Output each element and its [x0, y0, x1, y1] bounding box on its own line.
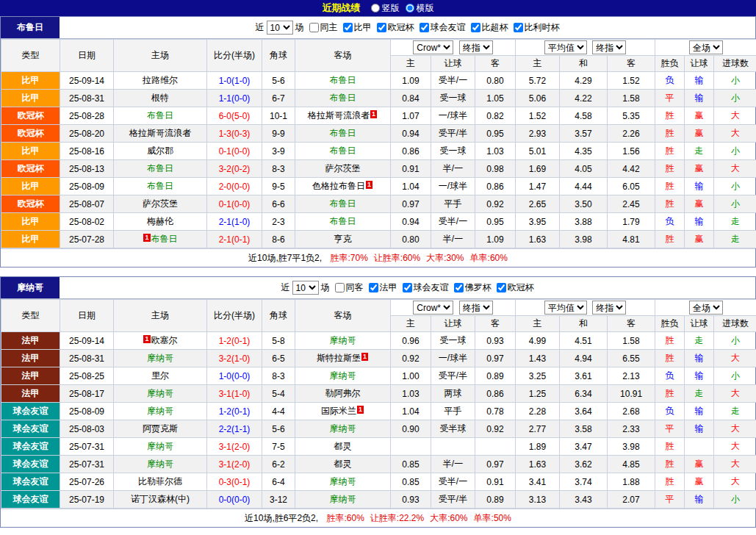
euro-away-odds: 1.58 — [608, 332, 655, 350]
average-period-select[interactable]: 终指 — [592, 301, 626, 315]
euro-draw-odds: 3.50 — [560, 195, 608, 213]
outcome-cell: 平 — [655, 491, 685, 509]
matches-table: 类型 日期 主场 比分(半场) 角球 客场 Crow* 终指 平均值 终指 全场 — [1, 39, 756, 248]
away-cell: 摩纳哥 — [295, 332, 391, 350]
odds-company-select[interactable]: Crow* — [413, 40, 453, 54]
opponent-team-name: 国际米兰 — [321, 406, 356, 416]
euro-home-odds: 5.01 — [516, 143, 560, 160]
goals-cell: 小 — [714, 491, 756, 509]
col-goals: 进球数 — [714, 316, 756, 332]
average-select[interactable]: 平均值 — [544, 301, 587, 315]
score-cell: 2-1(0-1) — [207, 231, 262, 248]
match-count-select[interactable]: 10 — [292, 281, 319, 295]
summary-row: 近10场,胜7平1负2, 胜率:70%让胜率:60%大率:30%单率:60% — [1, 248, 755, 267]
outcome-cell: 平 — [655, 420, 685, 438]
score-cell: 2-0(0-0) — [207, 178, 262, 195]
handicap-result-cell: 输 — [685, 90, 714, 107]
away-cell: 布鲁日 — [295, 125, 391, 143]
league-checkbox[interactable] — [343, 23, 353, 32]
vertical-view-radio[interactable] — [371, 4, 380, 12]
same-venue-checkbox[interactable] — [335, 283, 345, 292]
league-filter[interactable]: 比甲 — [338, 21, 372, 34]
asian-home-odds: 1.07 — [391, 107, 431, 125]
match-count-select[interactable]: 10 — [267, 21, 293, 35]
match-row: 比甲25-08-16威尔郡0-1(0-0)3-9布鲁日0.86受一球1.035.… — [1, 143, 756, 160]
league-checkbox[interactable] — [514, 23, 523, 32]
euro-draw-odds: 4.05 — [560, 160, 608, 178]
date-cell: 25-08-02 — [60, 213, 114, 231]
league-filter[interactable]: 比超杯 — [466, 21, 508, 34]
col-type: 类型 — [1, 40, 60, 72]
euro-home-odds: 3.13 — [516, 491, 560, 509]
euro-away-odds: 1.88 — [608, 473, 655, 491]
same-venue-filter[interactable]: 同主 — [304, 21, 338, 34]
focus-team-name: 摩纳哥 — [147, 406, 173, 416]
date-cell: 25-07-26 — [60, 473, 114, 491]
same-venue-checkbox[interactable] — [309, 23, 319, 32]
outcome-cell: 胜 — [655, 143, 685, 160]
focus-team-name: 布鲁日 — [330, 93, 356, 103]
league-filter[interactable]: 欧冠杯 — [492, 281, 534, 294]
opponent-team-name: 诺丁汉森林(中) — [131, 494, 190, 504]
league-filter[interactable]: 比利时杯 — [508, 21, 560, 34]
odds-period-select[interactable]: 终指 — [459, 301, 493, 315]
outcome-cell: 胜 — [655, 195, 685, 213]
odds-company-select[interactable]: Crow* — [413, 301, 453, 315]
view-option-vertical[interactable]: 竖版 — [371, 2, 400, 15]
home-cell: 1布鲁日 — [114, 231, 207, 248]
team-tab[interactable]: 摩纳哥 — [1, 277, 60, 298]
league-checkbox[interactable] — [497, 283, 506, 292]
col-handicap-result: 让球 — [685, 316, 714, 332]
league-checkbox[interactable] — [403, 283, 412, 292]
average-select[interactable]: 平均值 — [544, 40, 587, 54]
asian-away-odds: 0.78 — [475, 403, 516, 420]
scope-select[interactable]: 全场 — [689, 301, 723, 315]
euro-home-odds: 3.41 — [516, 473, 560, 491]
odds-period-select[interactable]: 终指 — [459, 40, 493, 54]
league-checkbox[interactable] — [471, 23, 480, 32]
outcome-cell: 平 — [655, 90, 685, 107]
league-checkbox[interactable] — [369, 283, 378, 292]
asian-home-odds: 1.00 — [391, 367, 431, 385]
handicap-result-cell: 赢 — [685, 107, 714, 125]
asian-home-odds: 0.86 — [391, 143, 431, 160]
opponent-team-name: 萨尔茨堡 — [143, 198, 178, 209]
score-cell: 3-1(2-0) — [207, 438, 262, 456]
league-checkbox[interactable] — [420, 23, 429, 32]
view-option-horizontal[interactable]: 横版 — [406, 2, 434, 15]
goals-cell: 小 — [714, 367, 756, 385]
home-cell: 威尔郡 — [114, 143, 207, 160]
date-cell: 25-08-25 — [60, 367, 114, 385]
same-venue-filter[interactable]: 同客 — [330, 281, 364, 294]
league-filter[interactable]: 佛罗杯 — [449, 281, 492, 294]
average-period-select[interactable]: 终指 — [592, 40, 626, 54]
corner-cell: 9-5 — [262, 178, 295, 195]
league-filter[interactable]: 球会友谊 — [397, 281, 449, 294]
league-filter[interactable]: 欧冠杯 — [372, 21, 414, 34]
team-tab[interactable]: 布鲁日 — [1, 17, 60, 38]
handicap-cell: 受平/半 — [431, 367, 475, 385]
red-1-badge: 1 — [370, 110, 377, 118]
filter-row: 摩纳哥 近 10 场 同客 法甲球会友谊佛罗杯欧冠杯 — [1, 277, 755, 299]
away-cell: 色格拉布鲁日1 — [295, 178, 391, 195]
horizontal-view-radio[interactable] — [406, 4, 414, 12]
asian-home-odds: 0.90 — [391, 420, 431, 438]
opponent-team-name: 萨尔茨堡 — [325, 163, 361, 173]
league-filter[interactable]: 球会友谊 — [414, 21, 466, 34]
col-outcome: 胜负 — [655, 56, 685, 72]
league-checkbox[interactable] — [377, 23, 386, 32]
away-cell: 勒阿弗尔 — [295, 385, 391, 403]
summary-stat: 大率:30% — [426, 253, 464, 263]
asian-odds-selects: Crow* 终指 — [391, 300, 516, 316]
goals-cell: 小 — [714, 90, 756, 107]
date-cell: 25-08-16 — [60, 143, 114, 160]
focus-team-name: 摩纳哥 — [330, 494, 356, 504]
league-checkbox[interactable] — [454, 283, 464, 292]
corner-cell: 9-9 — [262, 125, 295, 143]
euro-away-odds: 1.58 — [608, 90, 655, 107]
handicap-result-cell: 赢 — [685, 456, 714, 473]
date-cell: 25-08-20 — [60, 125, 114, 143]
league-filter[interactable]: 法甲 — [364, 281, 397, 294]
scope-select[interactable]: 全场 — [689, 40, 723, 54]
away-cell: 布鲁日 — [295, 90, 391, 107]
